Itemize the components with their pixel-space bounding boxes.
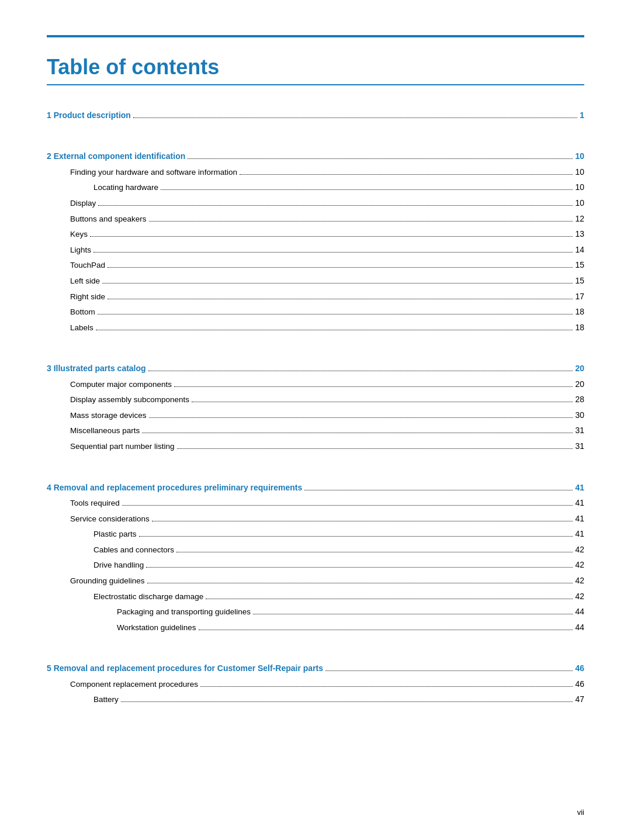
page-title: Table of contents bbox=[47, 55, 584, 85]
toc-entry-2-9-page: 18 bbox=[575, 305, 584, 318]
toc-entry-2-10-text: Labels bbox=[70, 322, 93, 334]
toc-entry-4-3-1-text: Electrostatic discharge damage bbox=[93, 590, 203, 603]
toc-entry-2-7-text: Left side bbox=[70, 275, 100, 288]
toc-entry-3-text: 3 Illustrated parts catalog bbox=[47, 362, 146, 375]
toc-entry-3-1[interactable]: Computer major components 20 bbox=[47, 378, 584, 391]
toc-entry-3-3[interactable]: Mass storage devices 30 bbox=[47, 409, 584, 422]
toc-entry-4-2-3[interactable]: Drive handling 42 bbox=[47, 558, 584, 572]
toc-entry-2-1[interactable]: Finding your hardware and software infor… bbox=[47, 165, 584, 179]
toc-entry-5-2-text: Battery bbox=[93, 693, 119, 706]
toc-entry-2-3-text: Buttons and speakers bbox=[70, 213, 147, 226]
page-container: Table of contents 1 Product description … bbox=[0, 0, 631, 840]
toc-entry-4-1[interactable]: Tools required 41 bbox=[47, 496, 584, 510]
toc-entry-4-text: 4 Removal and replacement procedures pre… bbox=[47, 481, 302, 494]
toc-entry-1[interactable]: 1 Product description 1 bbox=[47, 109, 584, 122]
toc-section-2: 2 External component identification 10 F… bbox=[47, 150, 584, 334]
toc-entry-2-2-page: 10 bbox=[575, 196, 584, 209]
toc-entry-2-5-text: Lights bbox=[70, 244, 91, 257]
toc-entry-3-4-page: 31 bbox=[575, 424, 584, 437]
toc-entry-1-text: 1 Product description bbox=[47, 109, 131, 122]
toc-entry-5[interactable]: 5 Removal and replacement procedures for… bbox=[47, 662, 584, 675]
toc-entry-5-page: 46 bbox=[575, 662, 584, 675]
toc-entry-2-10-page: 18 bbox=[575, 321, 584, 334]
toc-entry-2-5[interactable]: Lights 14 bbox=[47, 243, 584, 257]
toc-entry-3-1-text: Computer major components bbox=[70, 378, 172, 391]
toc-entry-3-page: 20 bbox=[575, 362, 584, 375]
toc-entry-4-2-1-text: Plastic parts bbox=[93, 528, 137, 541]
toc-entry-4-3-1[interactable]: Electrostatic discharge damage 42 bbox=[47, 590, 584, 603]
toc-entry-2-dots bbox=[188, 158, 573, 159]
toc-entry-5-1-text: Component replacement procedures bbox=[70, 678, 198, 691]
toc-entry-2-page: 10 bbox=[575, 150, 584, 163]
toc-entry-3-5-text: Sequential part number listing bbox=[70, 440, 175, 453]
toc-entry-4-2-2[interactable]: Cables and connectors 42 bbox=[47, 543, 584, 556]
toc-entry-2-8-page: 17 bbox=[575, 290, 584, 303]
toc-entry-2-9[interactable]: Bottom 18 bbox=[47, 305, 584, 319]
toc-entry-4-3-1-1[interactable]: Packaging and transporting guidelines 44 bbox=[47, 605, 584, 618]
toc-entry-4-3-text: Grounding guidelines bbox=[70, 575, 145, 587]
toc-entry-2-3-page: 12 bbox=[575, 212, 584, 225]
toc-entry-2-1-1-page: 10 bbox=[575, 181, 584, 193]
toc-entry-4-2-2-page: 42 bbox=[575, 543, 584, 556]
toc-entry-2-1-1[interactable]: Locating hardware 10 bbox=[47, 181, 584, 194]
toc-entry-3-5-page: 31 bbox=[575, 440, 584, 452]
toc-entry-4-3-1-2-page: 44 bbox=[575, 621, 584, 634]
toc-entry-2-1-page: 10 bbox=[575, 165, 584, 178]
toc-entry-4-2-page: 41 bbox=[575, 512, 584, 525]
toc-entry-2-6-page: 15 bbox=[575, 258, 584, 271]
toc-entry-2[interactable]: 2 External component identification 10 bbox=[47, 150, 584, 163]
toc-entry-2-9-text: Bottom bbox=[70, 306, 95, 319]
toc-entry-2-2-text: Display bbox=[70, 197, 96, 210]
toc-entry-4-1-text: Tools required bbox=[70, 497, 120, 510]
toc-entry-3-2-text: Display assembly subcomponents bbox=[70, 393, 189, 406]
toc-entry-3-3-text: Mass storage devices bbox=[70, 409, 147, 422]
toc-entry-2-text: 2 External component identification bbox=[47, 150, 185, 163]
toc-section-1: 1 Product description 1 bbox=[47, 109, 584, 122]
toc-entry-2-6[interactable]: TouchPad 15 bbox=[47, 258, 584, 272]
toc-entry-4-page: 41 bbox=[575, 481, 584, 494]
toc-entry-4-3-1-1-page: 44 bbox=[575, 605, 584, 618]
toc-section-3: 3 Illustrated parts catalog 20 Computer … bbox=[47, 362, 584, 452]
toc-entry-2-8-text: Right side bbox=[70, 291, 105, 303]
toc-entry-4-2-1[interactable]: Plastic parts 41 bbox=[47, 527, 584, 541]
toc-entry-2-3[interactable]: Buttons and speakers 12 bbox=[47, 212, 584, 226]
toc-entry-4-2-1-page: 41 bbox=[575, 527, 584, 540]
toc-entry-4-2-3-text: Drive handling bbox=[93, 559, 144, 572]
toc-entry-2-7[interactable]: Left side 15 bbox=[47, 274, 584, 288]
toc-entry-2-7-page: 15 bbox=[575, 274, 584, 287]
toc-entry-2-10[interactable]: Labels 18 bbox=[47, 321, 584, 334]
toc-entry-4-3-1-2[interactable]: Workstation guidelines 44 bbox=[47, 621, 584, 634]
toc-entry-3-5[interactable]: Sequential part number listing 31 bbox=[47, 440, 584, 453]
toc-entry-5-text: 5 Removal and replacement procedures for… bbox=[47, 662, 323, 675]
toc-entry-4-2-text: Service considerations bbox=[70, 513, 150, 526]
toc-entry-2-2[interactable]: Display 10 bbox=[47, 196, 584, 210]
toc-entry-2-8[interactable]: Right side 17 bbox=[47, 290, 584, 303]
toc-entry-3-4[interactable]: Miscellaneous parts 31 bbox=[47, 424, 584, 437]
toc-entry-3[interactable]: 3 Illustrated parts catalog 20 bbox=[47, 362, 584, 375]
toc-section-5: 5 Removal and replacement procedures for… bbox=[47, 662, 584, 706]
toc-entry-4-3[interactable]: Grounding guidelines 42 bbox=[47, 574, 584, 587]
toc-entry-5-1[interactable]: Component replacement procedures 46 bbox=[47, 677, 584, 691]
toc-entry-3-3-page: 30 bbox=[575, 409, 584, 421]
toc-entry-4[interactable]: 4 Removal and replacement procedures pre… bbox=[47, 481, 584, 494]
toc-entry-1-dots bbox=[133, 117, 577, 118]
toc-entry-5-2-page: 47 bbox=[575, 693, 584, 706]
toc-entry-1-page: 1 bbox=[580, 109, 584, 122]
toc-entry-4-3-1-1-text: Packaging and transporting guidelines bbox=[117, 606, 251, 618]
toc-entry-4-1-page: 41 bbox=[575, 496, 584, 509]
toc-entry-4-3-page: 42 bbox=[575, 574, 584, 587]
toc-entry-2-4[interactable]: Keys 13 bbox=[47, 227, 584, 241]
toc-entry-2-6-text: TouchPad bbox=[70, 259, 105, 272]
toc-entry-5-2[interactable]: Battery 47 bbox=[47, 693, 584, 706]
toc-entry-3-1-page: 20 bbox=[575, 378, 584, 390]
toc-entry-2-1-text: Finding your hardware and software infor… bbox=[70, 166, 237, 179]
toc-entry-5-1-page: 46 bbox=[575, 677, 584, 690]
toc-entry-3-4-text: Miscellaneous parts bbox=[70, 424, 140, 437]
toc-entry-4-2-3-page: 42 bbox=[575, 558, 584, 571]
toc-entry-2-4-page: 13 bbox=[575, 227, 584, 240]
toc-section-4: 4 Removal and replacement procedures pre… bbox=[47, 481, 584, 634]
toc-entry-2-1-1-text: Locating hardware bbox=[93, 181, 158, 194]
toc-entry-3-2[interactable]: Display assembly subcomponents 28 bbox=[47, 393, 584, 406]
toc-entry-4-3-1-page: 42 bbox=[575, 590, 584, 603]
toc-entry-4-2[interactable]: Service considerations 41 bbox=[47, 512, 584, 526]
